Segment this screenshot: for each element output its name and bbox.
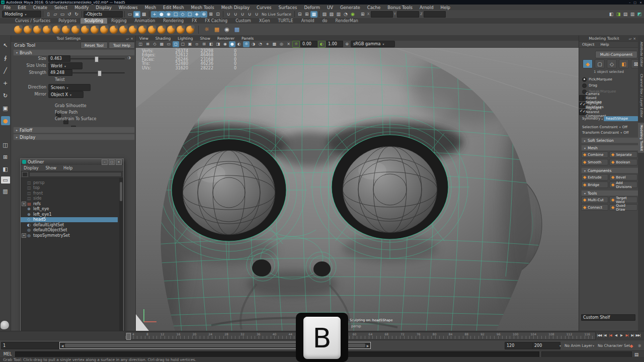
time-slider-track[interactable]: 4812162024283236404448525660646872768084… [125, 332, 596, 340]
expand-icon[interactable] [22, 207, 25, 211]
output-operations-icon[interactable]: ⊞ [303, 11, 310, 18]
toolkit-close-button[interactable]: × [633, 37, 636, 41]
size-input[interactable]: 0.463 [48, 55, 70, 62]
menu-item[interactable]: Help [437, 5, 454, 10]
multisample-icon[interactable]: ▩ [271, 41, 278, 47]
edge-mode-icon[interactable]: ▢ [595, 59, 605, 68]
shelf-tab[interactable]: Rigging [107, 18, 130, 24]
shelf-tab[interactable]: RenderMan [332, 18, 362, 24]
camera-based-selection-checkbox[interactable]: Camera Based Selection [579, 95, 587, 101]
menu-item[interactable]: Generate [337, 5, 364, 10]
menu-item[interactable]: Arnold [416, 5, 437, 10]
scale-tool-icon[interactable]: ▣ [1, 104, 10, 113]
display-section-header[interactable]: Display [13, 134, 135, 140]
undo-icon[interactable]: ↺ [66, 11, 73, 18]
select-tool-icon[interactable]: ↖ [1, 41, 10, 50]
sidebar-modeling-toolkit-icon[interactable]: ◩ [636, 11, 643, 18]
sidebar-tool-settings-icon[interactable]: ◨ [615, 11, 622, 18]
maximize-button[interactable]: □ [633, 1, 636, 4]
pinch-brush-icon[interactable] [52, 26, 60, 34]
wireframe-icon[interactable]: ◉ [222, 41, 228, 47]
grab-brush-icon[interactable] [43, 26, 51, 34]
bevel-button[interactable]: ◆Bevel [609, 174, 637, 180]
connect-button[interactable]: ◆Connect [581, 204, 608, 211]
rotate-tool-icon[interactable]: ↻ [1, 91, 10, 100]
outliner-item-side[interactable]: ◫ side [21, 196, 123, 202]
menuset-dropdown[interactable]: Modeling▾ [2, 11, 41, 18]
menu-item[interactable]: Bonus Tools [384, 5, 416, 10]
exposure-input[interactable]: 0.00 [300, 41, 317, 47]
shelf-tab[interactable]: TURTLE [274, 18, 297, 24]
sidebar-channel-box-icon[interactable]: ▤ [622, 11, 629, 18]
viewport-canvas[interactable] [136, 48, 579, 331]
shelf-tab[interactable]: Custom [231, 18, 255, 24]
menu-item[interactable]: Mesh Display [218, 5, 253, 10]
components-section-header[interactable]: Components [581, 167, 641, 173]
vertex-mode-icon[interactable]: ◆ [583, 59, 593, 68]
animation-preferences-icon[interactable]: ☼ [636, 342, 643, 349]
toolkit-menu-item[interactable]: Object [579, 42, 597, 47]
tab-modeling-toolkit[interactable]: Modeling Toolkit [638, 123, 644, 153]
shelf-tab[interactable]: do [318, 18, 332, 24]
xray-icon[interactable]: × [285, 41, 292, 47]
objects-filter-input[interactable]: ▾ Objects [84, 11, 123, 18]
divider[interactable] [124, 11, 125, 17]
viewport-menu-item[interactable]: Renderer [214, 36, 238, 41]
step-forward-frame-button[interactable]: ▶| [630, 332, 635, 338]
mask-dynamics-icon[interactable]: ▢ [186, 11, 193, 18]
snap-to-view-plane-icon[interactable]: ∪ [253, 11, 260, 18]
mask-joints-icon[interactable]: ● [158, 11, 165, 18]
divider[interactable] [149, 11, 149, 17]
camera-attributes-icon[interactable]: ◇ [151, 41, 158, 47]
mask-rendering-icon[interactable]: ◈ [193, 11, 200, 18]
no-live-surface-label[interactable]: No Live Surface [260, 11, 293, 18]
mask-misc-icon[interactable]: ⊕ [200, 11, 207, 18]
play-forwards-button[interactable]: ▶ [619, 332, 624, 338]
shelf-tab[interactable]: XGen [255, 18, 274, 24]
command-input[interactable] [15, 351, 539, 357]
viewport-menu-item[interactable]: Shading [152, 36, 174, 41]
save-scene-icon[interactable]: ▭ [59, 11, 66, 18]
play-backwards-button[interactable]: ◀ [613, 332, 618, 338]
viewport-menu-item[interactable]: Lighting [174, 36, 196, 41]
shelf-tab[interactable]: Sculpting [80, 18, 107, 24]
mask-handles-icon[interactable]: + [151, 11, 158, 18]
extrude-button[interactable]: ◆Extrude [581, 174, 608, 180]
divider[interactable] [294, 11, 295, 17]
input-operations-icon[interactable]: ⊟ [296, 11, 303, 18]
outliner-scrollbar[interactable] [119, 178, 123, 347]
repeat-brush-icon[interactable] [91, 26, 99, 34]
mask-curves-icon[interactable]: ◉ [165, 11, 172, 18]
divider[interactable] [319, 11, 319, 17]
knife-brush-icon[interactable] [138, 26, 146, 34]
option-control[interactable] [582, 83, 587, 88]
option-control[interactable] [582, 77, 587, 82]
imprint-brush-icon[interactable] [100, 26, 108, 34]
bulge-brush-icon[interactable] [157, 26, 166, 34]
mask-tool-icon[interactable]: ☼ [203, 26, 211, 34]
falloff-section-header[interactable]: Falloff [13, 127, 135, 133]
shelf-tab[interactable]: Rendering [159, 18, 188, 24]
sidebar-layer-editor-icon[interactable]: ▥ [629, 11, 636, 18]
go-to-end-button[interactable]: ▶▶| [635, 332, 640, 338]
brush-section-header[interactable]: Brush [13, 49, 135, 56]
exposure-icon[interactable]: ☼ [292, 41, 300, 48]
pick-marquee-radio[interactable]: Pick/Marquee [579, 77, 638, 82]
go-to-start-button[interactable]: |◀◀ [597, 332, 602, 338]
highlight-selection-icon[interactable]: ⊡ [214, 11, 221, 18]
bridge-button[interactable]: ◆Bridge [581, 182, 608, 188]
object-mode-icon[interactable]: ◧ [619, 59, 629, 68]
tab-attribute-editor[interactable]: Attribute Editor [638, 40, 644, 69]
menu-item[interactable]: Cache [364, 5, 384, 10]
face-mode-icon[interactable]: ◇ [607, 59, 617, 68]
toolkit-float-button[interactable]: ▱ [629, 37, 631, 41]
tab-channel-box[interactable]: Channel Box / Layer Editor [638, 72, 644, 120]
gamma-icon[interactable]: ◐ [318, 41, 326, 48]
select-camera-icon[interactable]: ◫ [137, 41, 144, 47]
shelf-tab[interactable]: Polygons [54, 18, 80, 24]
menu-item[interactable]: Deform [300, 5, 324, 10]
outliner-item-topo-symmetry-set[interactable]: + ◎ topoSymmetrySet [21, 233, 123, 238]
use-all-lights-icon[interactable]: ☼ [243, 41, 250, 47]
sidebar-attribute-editor-icon[interactable]: ◧ [608, 11, 615, 18]
minimize-button[interactable]: – [629, 1, 630, 4]
